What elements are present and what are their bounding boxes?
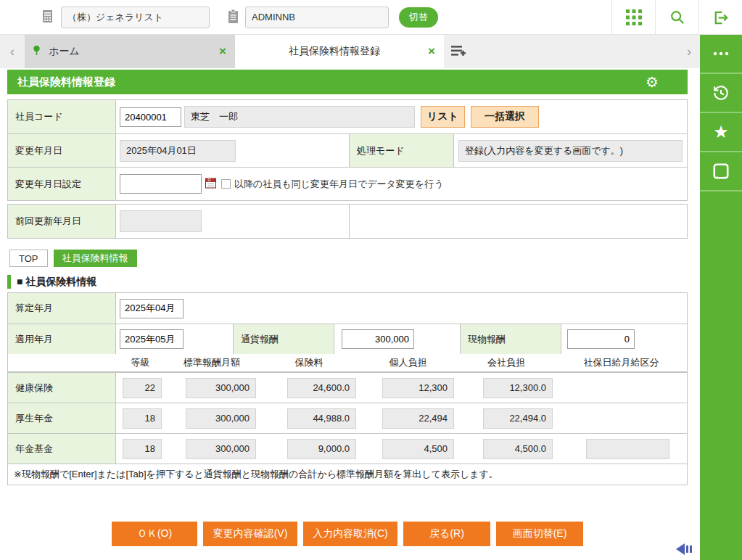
building-icon — [40, 9, 55, 26]
last-updated-label: 前回更新年月日 — [8, 205, 116, 238]
apply-ym-input[interactable] — [120, 329, 184, 349]
page-title: 社員保険料情報登録 — [17, 75, 115, 89]
process-mode-field: 登録(入力内容を変更する画面です。) — [458, 140, 683, 162]
app-window: 切替 ‹ ホーム × 社員保険料情報登録 × — [0, 0, 742, 560]
footer-buttons: ＯＫ(O) 変更内容確認(V) 入力内容取消(C) 戻る(R) 画面切替(E) — [7, 522, 688, 546]
tab-active[interactable]: 社員保険料情報登録 × — [235, 35, 444, 68]
pension-standard: 300,000 — [186, 408, 256, 429]
table-row-fund: 年金基金 18 300,000 9,000.0 4,500 4,500.0 — [8, 433, 687, 464]
user-field[interactable] — [245, 7, 389, 28]
switch-screen-button[interactable]: 画面切替(E) — [496, 522, 583, 546]
fund-standard: 300,000 — [186, 439, 256, 459]
star-icon[interactable]: ★ — [700, 113, 742, 152]
col-header-grade: 等級 — [116, 356, 165, 369]
health-company: 12,300.0 — [483, 378, 553, 398]
ok-button[interactable]: ＯＫ(O) — [112, 522, 197, 546]
change-date-setting-input[interactable] — [120, 174, 202, 194]
col-header-personal: 個人負担 — [359, 356, 457, 369]
in-kind-input[interactable] — [567, 329, 635, 349]
grid-header-row: 等級 標準報酬月額 保険料 個人負担 会社負担 社保日給月給区分 — [8, 354, 687, 372]
health-grade: 22 — [123, 378, 162, 398]
add-tab-icon[interactable] — [444, 35, 474, 68]
last-updated-field — [120, 210, 202, 232]
employee-code-row: 社員コード 東芝 一郎 リスト 一括選択 — [8, 100, 687, 133]
same-date-checkbox[interactable] — [221, 179, 231, 189]
last-updated-row: 前回更新年月日 — [8, 205, 687, 238]
tab-home[interactable]: ホーム × — [25, 35, 235, 68]
tab-active-close-icon[interactable]: × — [426, 44, 437, 59]
col-header-class: 社保日給月給区分 — [556, 356, 687, 369]
col-header-premium: 保険料 — [259, 356, 359, 369]
memo-tray-icon[interactable] — [700, 152, 742, 192]
collapse-left-icon[interactable] — [676, 542, 698, 559]
logout-icon[interactable] — [698, 0, 742, 35]
pension-premium: 44,988.0 — [287, 408, 356, 429]
tab-home-label: ホーム — [49, 45, 218, 58]
change-date-field: 2025年04月01日 — [120, 140, 236, 162]
employee-code-input[interactable] — [120, 107, 181, 127]
gear-icon[interactable]: ⚙ — [646, 73, 659, 91]
section-tabs: TOP 社員保険料情報 — [9, 250, 700, 267]
health-premium: 24,600.0 — [287, 378, 356, 398]
process-mode-label: 処理モード — [349, 134, 454, 167]
row-label: 厚生年金 — [8, 403, 116, 433]
header-form: 社員コード 東芝 一郎 リスト 一括選択 変更年月日 2025年04月01日 処… — [7, 99, 688, 201]
same-date-checkbox-label: 以降の社員も同じ変更年月日でデータ変更を行う — [234, 178, 443, 191]
cancel-input-button[interactable]: 入力内容取消(C) — [303, 522, 397, 546]
calendar-icon[interactable]: 31 — [205, 177, 216, 191]
more-ellipsis-icon[interactable] — [700, 35, 742, 74]
company-field[interactable] — [61, 7, 210, 28]
apply-ym-row: 適用年月 通貨報酬 現物報酬 — [8, 324, 687, 354]
tab-active-label: 社員保険料情報登録 — [242, 45, 426, 58]
tab-bar: ‹ ホーム × 社員保険料情報登録 × › — [0, 35, 700, 68]
fund-premium: 9,000.0 — [287, 439, 356, 459]
list-button[interactable]: リスト — [421, 106, 465, 128]
employee-name-field: 東芝 一郎 — [184, 106, 415, 128]
section-tab-top[interactable]: TOP — [9, 250, 48, 267]
pension-company: 22,494.0 — [483, 408, 553, 429]
grid-note: ※現物報酬で[Enter]または[Tab]を押下すると通貨報酬と現物報酬の合計か… — [8, 464, 687, 485]
calc-ym-row: 算定年月 — [8, 293, 687, 324]
confirm-changes-button[interactable]: 変更内容確認(V) — [203, 522, 297, 546]
change-date-setting-label: 変更年月日設定 — [8, 168, 116, 200]
fund-class-field — [586, 439, 669, 459]
change-date-label: 変更年月日 — [8, 134, 116, 167]
pension-grade: 18 — [123, 408, 162, 429]
tab-home-close-icon[interactable]: × — [218, 44, 228, 59]
top-bar: 切替 — [0, 0, 742, 35]
col-header-company: 会社負担 — [457, 356, 556, 369]
row-label: 年金基金 — [8, 434, 116, 464]
svg-text:31: 31 — [207, 178, 212, 182]
last-updated-empty-cell — [349, 205, 687, 238]
back-button[interactable]: 戻る(R) — [403, 522, 490, 546]
last-updated-box: 前回更新年月日 — [7, 204, 688, 239]
col-header-standard: 標準報酬月額 — [165, 356, 259, 369]
section-tab-insurance[interactable]: 社員保険料情報 — [54, 250, 137, 267]
table-row-pension: 厚生年金 18 300,000 44,988.0 22,494 22,494.0 — [8, 403, 687, 433]
history-icon[interactable] — [700, 74, 742, 113]
tab-scroll-left-icon[interactable]: ‹ — [0, 35, 25, 68]
change-date-setting-row: 変更年月日設定 31 以降の社員も同じ変更年月日でデータ変更を行う — [8, 167, 687, 200]
calc-ym-input[interactable] — [120, 299, 184, 318]
apps-grid-icon[interactable] — [611, 0, 655, 35]
calc-ym-label: 算定年月 — [8, 293, 116, 324]
in-kind-label: 現物報酬 — [460, 324, 561, 354]
row-label: 健康保険 — [8, 373, 116, 403]
table-row-health: 健康保険 22 300,000 24,600.0 12,300 12,300.0 — [8, 372, 687, 403]
search-icon[interactable] — [655, 0, 698, 35]
clipboard-icon — [227, 9, 239, 26]
page-title-bar: 社員保険料情報登録 ⚙ — [7, 70, 688, 94]
health-personal: 12,300 — [382, 378, 454, 398]
insurance-form: 算定年月 適用年月 通貨報酬 現物報酬 等級 標準報酬月額 保険料 個人負担 会… — [7, 292, 688, 485]
pin-icon — [32, 45, 41, 58]
top-bar-icons — [611, 0, 742, 35]
employee-code-label: 社員コード — [8, 100, 116, 133]
main-content: 社員保険料情報登録 ⚙ 社員コード 東芝 一郎 リスト 一括選択 変更年月日 2… — [0, 68, 700, 560]
currency-input[interactable] — [342, 329, 414, 349]
tab-scroll-right-icon[interactable]: › — [678, 35, 700, 68]
section-heading: ■ 社員保険料情報 — [7, 275, 700, 289]
bulk-select-button[interactable]: 一括選択 — [471, 106, 539, 128]
switch-button[interactable]: 切替 — [399, 7, 438, 28]
fund-personal: 4,500 — [382, 439, 454, 459]
apply-ym-label: 適用年月 — [8, 324, 116, 354]
